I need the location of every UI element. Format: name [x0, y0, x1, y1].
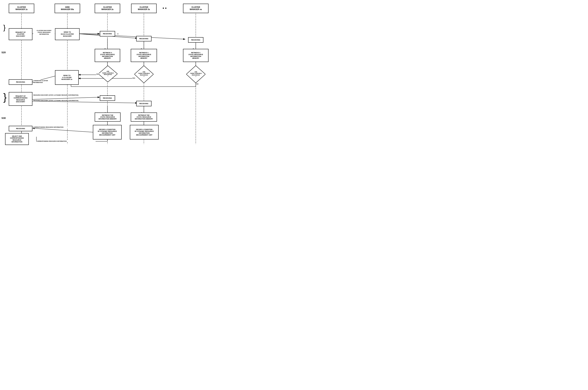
- send-to-cluster-1a-box: SEND TO A CLUSTER MANAGER 1a: [55, 70, 79, 85]
- diamond-lendable-na-text: ARE THERE LENDABLE RESOURCES ?: [186, 66, 205, 83]
- retrieve-static-3a-s30-box: RETRIEVE THE STATIC RESOURCE INFORMATION…: [131, 112, 157, 122]
- yes-label-3a: YES: [132, 77, 135, 79]
- section-s20-label: S20: [1, 51, 6, 54]
- retrieve-static-2a-box: RETRIEVE A STATIC RESOURCE INFORMATION M…: [95, 49, 120, 62]
- entity-cluster-manager-1a: CLUSTER MANAGER 1a: [9, 4, 34, 13]
- entity-cluster-manager-na: CLUSTER MANAGER na: [183, 4, 208, 13]
- section-s20-brace: }: [3, 24, 6, 32]
- send-to-each-cluster-manager-box: SEND TO EACH CLUSTER MANAGER: [55, 28, 79, 40]
- receiving-3a-s30-box: RECEIVING: [136, 101, 152, 106]
- resource-discovery-label-2: RESOURCE DISCOVERY (STATIC & DYNAMIC RES…: [33, 100, 99, 101]
- retrieve-static-grid-s30-box: RETRIEVE THE STATIC RESOURCE INFORMATION…: [95, 112, 120, 122]
- yes-label-2a: YES: [96, 73, 99, 75]
- entity-grid-manager-50a: GRID MANAGER 50a: [55, 4, 80, 13]
- request-cluster-discovery-box: REQUEST OF CLUSTER DISCOVERY: [9, 28, 32, 40]
- diagram-container: CLUSTER MANAGER 1a GRID MANAGER 50a CLUS…: [0, 0, 219, 149]
- diamond-lendable-3a-text: ARE THERE LENDABLE RESOURCES ?: [134, 66, 154, 83]
- receiving-1a-box: RECEIVING: [9, 79, 32, 85]
- retrieve-static-3a-box: RETRIEVE A STATIC RESOURCE INFORMATION M…: [131, 49, 157, 62]
- section-s30-brace: }: [3, 91, 6, 103]
- corresponding-resource-label-2: CORRESPONDING RESOURCE INFORMATION: [37, 140, 96, 142]
- section-s30-label: S30: [1, 117, 6, 119]
- svg-line-27: [32, 101, 137, 103]
- receiving-na-top-box: RECEIVING: [188, 37, 203, 43]
- diamond-lendable-2a-text: ARE THERE LENDABLE RESOURCES ?: [98, 66, 118, 82]
- cluster-discovery-label: CLUSTER DISCOVERY STATIC RESOURCE INFORM…: [33, 30, 55, 35]
- receiving-2a-top-box: RECEIVING: [100, 31, 115, 37]
- decide-dynamic-3a-box: DECIDE A CONDITION BY DYNAMIC RESOURCE I…: [130, 125, 158, 140]
- dot-arrow: •: [118, 32, 118, 35]
- entity-cluster-manager-3a: CLUSTER MANAGER 3a: [131, 4, 157, 13]
- dot-separator: • •: [163, 6, 167, 11]
- receiving-grid-s30-box: RECEIVING: [100, 95, 115, 101]
- resource-discovery-label-1: RESOURCE DISCOVERY (STATIC & DYNAMIC RES…: [33, 95, 99, 96]
- svg-line-34: [32, 128, 93, 132]
- select-one-resource-box: SELECT ONE CORRESPONDING RESOURCE INFORM…: [5, 133, 29, 145]
- corresponding-resource-label-1: CORRESPONDING RESOURCE INFORMATION: [33, 126, 92, 128]
- svg-line-26: [32, 97, 100, 99]
- no-label-na: NO: [196, 83, 198, 85]
- retrieve-static-na-box: RETRIEVE A STATIC RESOURCE INFORMATION M…: [183, 49, 208, 62]
- decide-dynamic-grid-box: DECIDE A CONDITION BY DYNAMIC RESOURCE I…: [93, 125, 122, 140]
- entity-cluster-manager-2a: CLUSTER MANAGER 2a: [95, 4, 120, 13]
- svg-line-9: [78, 34, 185, 39]
- request-resource-discovery-box: REQUEST OF CORRESPONDING RESOURCE DISCOV…: [9, 92, 32, 106]
- candidate-cluster-label: CANDIDATE CLUSTER INFORMATION: [33, 80, 55, 84]
- receiving-1a-s30-box: RECEIVING: [9, 126, 32, 131]
- receiving-3a-top-box: RECEIVING: [136, 36, 152, 41]
